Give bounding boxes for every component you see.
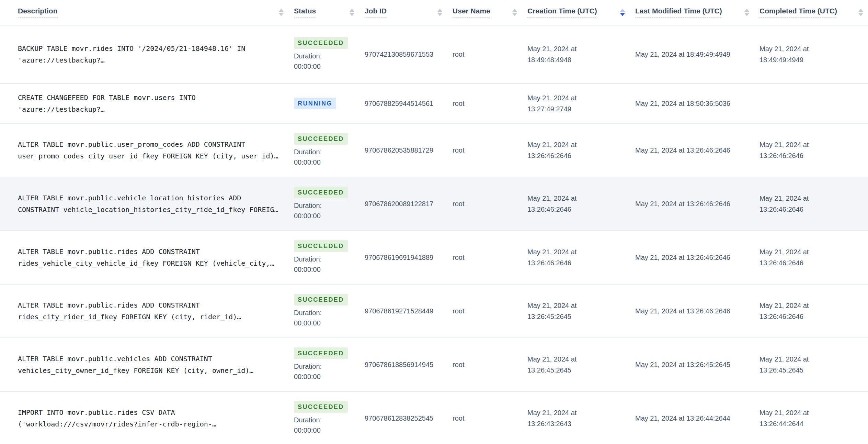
duration-value: 00:00:00 xyxy=(294,61,354,71)
table-header-row: Description Status Job ID User Name xyxy=(0,0,868,25)
last-modified-time: May 21, 2024 at 13:26:46:2646 xyxy=(635,252,749,263)
completed-time: May 21, 2024 at 13:26:46:2646 xyxy=(760,300,836,322)
job-description: ALTER TABLE movr.public.user_promo_codes… xyxy=(18,138,283,162)
duration-value: 00:00:00 xyxy=(294,371,354,382)
column-header-status[interactable]: Status xyxy=(288,0,359,25)
table-row[interactable]: BACKUP TABLE movr.rides INTO '/2024/05/2… xyxy=(0,25,868,84)
table-row[interactable]: ALTER TABLE movr.public.rides ADD CONSTR… xyxy=(0,231,868,284)
sort-icon-active-desc xyxy=(620,9,625,16)
job-duration: Duration: 00:00:00 xyxy=(294,308,354,328)
sort-icon xyxy=(437,9,442,16)
status-badge: SUCCEEDED xyxy=(294,347,348,359)
jobs-table: Description Status Job ID User Name xyxy=(0,0,868,444)
job-id: 970678619271528449 xyxy=(359,284,447,338)
duration-label: Duration: xyxy=(294,51,354,61)
completed-time: May 21, 2024 at 18:49:49:4949 xyxy=(760,43,836,65)
job-duration: Duration: 00:00:00 xyxy=(294,147,354,167)
column-label-completed-time: Completed Time (UTC) xyxy=(760,7,837,18)
column-label-creation-time: Creation Time (UTC) xyxy=(527,7,597,18)
table-row[interactable]: ALTER TABLE movr.public.vehicles ADD CON… xyxy=(0,338,868,391)
job-duration: Duration: 00:00:00 xyxy=(294,415,354,435)
job-description: ALTER TABLE movr.public.rides ADD CONSTR… xyxy=(18,246,283,269)
creation-time: May 21, 2024 at 13:26:46:2646 xyxy=(527,139,604,161)
sort-icon xyxy=(512,9,517,16)
table-row[interactable]: ALTER TABLE movr.public.user_promo_codes… xyxy=(0,123,868,177)
creation-time: May 21, 2024 at 13:26:45:2645 xyxy=(527,354,604,376)
duration-label: Duration: xyxy=(294,415,354,425)
column-header-description[interactable]: Description xyxy=(0,0,288,25)
user-name: root xyxy=(447,123,522,177)
column-header-completed-time[interactable]: Completed Time (UTC) xyxy=(754,0,868,25)
job-id: 970678620089122817 xyxy=(359,177,447,231)
last-modified-time: May 21, 2024 at 18:50:36:5036 xyxy=(635,98,749,109)
job-description: CREATE CHANGEFEED FOR TABLE movr.users I… xyxy=(18,92,283,115)
creation-time: May 21, 2024 at 13:26:45:2645 xyxy=(527,300,604,322)
column-header-last-modified-time[interactable]: Last Modified Time (UTC) xyxy=(630,0,754,25)
status-badge: RUNNING xyxy=(294,98,336,109)
column-label-job-id: Job ID xyxy=(365,7,387,18)
status-badge: SUCCEEDED xyxy=(294,294,348,306)
column-header-creation-time[interactable]: Creation Time (UTC) xyxy=(522,0,630,25)
duration-label: Duration: xyxy=(294,308,354,318)
user-name: root xyxy=(447,391,522,444)
status-badge: SUCCEEDED xyxy=(294,240,348,252)
status-badge: SUCCEEDED xyxy=(294,37,348,49)
sort-icon xyxy=(350,9,354,16)
column-label-last-modified-time: Last Modified Time (UTC) xyxy=(635,7,722,18)
creation-time: May 21, 2024 at 13:26:43:2643 xyxy=(527,407,604,429)
user-name: root xyxy=(447,338,522,391)
column-label-user-name: User Name xyxy=(453,7,490,18)
job-duration: Duration: 00:00:00 xyxy=(294,361,354,382)
creation-time: May 21, 2024 at 13:27:49:2749 xyxy=(527,92,604,114)
job-id: 970678618856914945 xyxy=(359,338,447,391)
duration-value: 00:00:00 xyxy=(294,211,354,221)
column-header-job-id[interactable]: Job ID xyxy=(359,0,447,25)
job-id: 970678612838252545 xyxy=(359,391,447,444)
completed-time: May 21, 2024 at 13:26:46:2646 xyxy=(760,193,836,215)
completed-time: May 21, 2024 at 13:26:46:2646 xyxy=(760,139,836,161)
job-duration: Duration: 00:00:00 xyxy=(294,254,354,275)
last-modified-time: May 21, 2024 at 13:26:44:2644 xyxy=(635,413,749,424)
job-id: 970678619691941889 xyxy=(359,231,447,284)
status-badge: SUCCEEDED xyxy=(294,187,348,198)
duration-value: 00:00:00 xyxy=(294,318,354,328)
job-description: BACKUP TABLE movr.rides INTO '/2024/05/2… xyxy=(18,43,283,66)
creation-time: May 21, 2024 at 13:26:46:2646 xyxy=(527,193,604,215)
duration-label: Duration: xyxy=(294,200,354,211)
last-modified-time: May 21, 2024 at 13:26:46:2646 xyxy=(635,306,749,317)
user-name: root xyxy=(447,84,522,123)
sort-icon xyxy=(858,9,863,16)
job-description: ALTER TABLE movr.public.vehicle_location… xyxy=(18,192,283,215)
duration-value: 00:00:00 xyxy=(294,157,354,167)
duration-label: Duration: xyxy=(294,361,354,371)
status-badge: SUCCEEDED xyxy=(294,401,348,413)
column-header-user-name[interactable]: User Name xyxy=(447,0,522,25)
user-name: root xyxy=(447,231,522,284)
last-modified-time: May 21, 2024 at 13:26:46:2646 xyxy=(635,145,749,156)
column-label-description: Description xyxy=(18,7,58,18)
creation-time: May 21, 2024 at 18:49:48:4948 xyxy=(527,43,604,65)
table-row[interactable]: IMPORT INTO movr.public.rides CSV DATA (… xyxy=(0,391,868,444)
last-modified-time: May 21, 2024 at 18:49:49:4949 xyxy=(635,49,749,60)
duration-label: Duration: xyxy=(294,147,354,157)
creation-time: May 21, 2024 at 13:26:46:2646 xyxy=(527,246,604,268)
user-name: root xyxy=(447,284,522,338)
job-description: ALTER TABLE movr.public.vehicles ADD CON… xyxy=(18,353,283,376)
completed-time: May 21, 2024 at 13:26:44:2644 xyxy=(760,407,836,429)
duration-value: 00:00:00 xyxy=(294,425,354,435)
job-id: 970742130859671553 xyxy=(359,25,447,84)
job-description: ALTER TABLE movr.public.rides ADD CONSTR… xyxy=(18,299,283,323)
user-name: root xyxy=(447,177,522,231)
job-duration: Duration: 00:00:00 xyxy=(294,51,354,71)
job-id: 970678620535881729 xyxy=(359,123,447,177)
last-modified-time: May 21, 2024 at 13:26:45:2645 xyxy=(635,359,749,370)
job-duration: Duration: 00:00:00 xyxy=(294,200,354,221)
table-row[interactable]: ALTER TABLE movr.public.vehicle_location… xyxy=(0,177,868,231)
duration-value: 00:00:00 xyxy=(294,264,354,275)
duration-label: Duration: xyxy=(294,254,354,264)
table-row[interactable]: ALTER TABLE movr.public.rides ADD CONSTR… xyxy=(0,284,868,338)
completed-time: May 21, 2024 at 13:26:45:2645 xyxy=(760,354,836,376)
job-description: IMPORT INTO movr.public.rides CSV DATA (… xyxy=(18,407,283,430)
table-row[interactable]: CREATE CHANGEFEED FOR TABLE movr.users I… xyxy=(0,84,868,123)
sort-icon xyxy=(744,9,749,16)
